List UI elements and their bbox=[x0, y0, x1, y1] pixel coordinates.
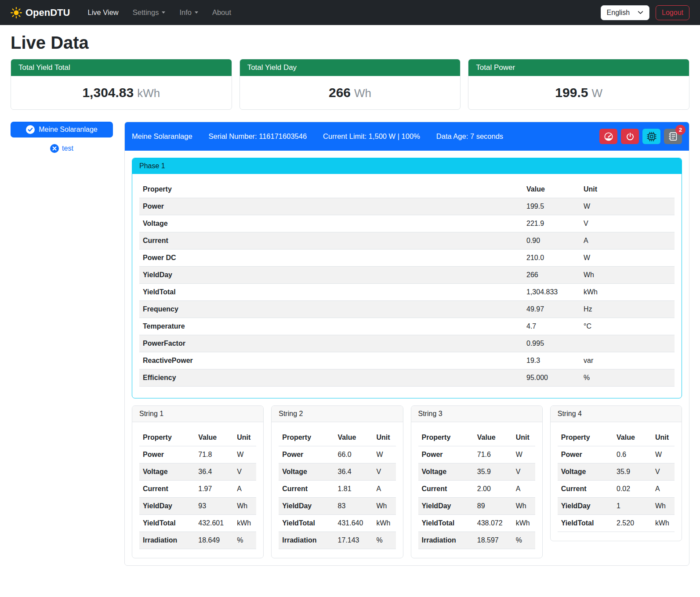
current-limit: Current Limit: 1,500 W | 100% bbox=[323, 132, 420, 141]
table-row: Current1.97A bbox=[139, 481, 256, 498]
table-row: YieldDay89Wh bbox=[418, 498, 535, 515]
string-title: String 2 bbox=[272, 406, 403, 422]
table-row: Efficiency95.000% bbox=[139, 369, 675, 387]
string-title: String 1 bbox=[132, 406, 263, 422]
check-circle-icon bbox=[26, 125, 35, 134]
column-unit: Unit bbox=[580, 181, 675, 198]
card-title: Total Yield Total bbox=[11, 59, 232, 76]
table-row: YieldTotal2.520kWh bbox=[558, 515, 675, 532]
column-unit: Unit bbox=[233, 429, 256, 446]
inverter-sidebar: Meine Solaranlage test bbox=[11, 122, 113, 153]
inverter-select-label: Meine Solaranlage bbox=[39, 126, 97, 134]
table-row: Power199.5W bbox=[139, 198, 675, 215]
table-row: Current1.81A bbox=[279, 481, 395, 498]
table-row: Power71.8W bbox=[139, 446, 256, 463]
table-row: Current0.90A bbox=[139, 232, 675, 250]
table-row: Irradiation18.597% bbox=[418, 532, 535, 549]
language-select[interactable]: English bbox=[601, 5, 649, 20]
journal-icon bbox=[668, 132, 678, 141]
column-value: Value bbox=[195, 429, 233, 446]
serial-number: Serial Number: 116171603546 bbox=[209, 132, 307, 141]
table-row: YieldDay1Wh bbox=[558, 498, 675, 515]
table-row: PowerFactor0.995 bbox=[139, 335, 675, 352]
column-value: Value bbox=[334, 429, 373, 446]
device-info-button[interactable] bbox=[642, 129, 660, 144]
table-row: YieldTotal431.640kWh bbox=[279, 515, 395, 532]
summary-card-yield-total: Total Yield Total 1,304.83kWh bbox=[11, 59, 232, 110]
column-unit: Unit bbox=[373, 429, 396, 446]
table-row: Temperature4.7°C bbox=[139, 318, 675, 335]
strings-row: String 1 Property Value Unit bbox=[132, 405, 682, 558]
column-unit: Unit bbox=[652, 429, 675, 446]
table-row: Power0.6W bbox=[558, 446, 675, 463]
string-table: Property Value Unit Power71.8WVoltage36.… bbox=[139, 429, 256, 549]
table-row: Power71.6W bbox=[418, 446, 535, 463]
inverter-panel: Meine Solaranlage Serial Number: 1161716… bbox=[124, 122, 689, 566]
table-row: Current0.02A bbox=[558, 481, 675, 498]
string-table: Property Value Unit Power71.6WVoltage35.… bbox=[418, 429, 535, 549]
nav-item-settings[interactable]: Settings bbox=[127, 5, 171, 20]
nav-item-info[interactable]: Info bbox=[174, 5, 203, 20]
phase-panel: Phase 1 Property Value Unit Power199.5WV… bbox=[132, 158, 682, 398]
table-header-row: Property Value Unit bbox=[139, 429, 256, 446]
column-property: Property bbox=[558, 429, 613, 446]
card-value: 199.5 bbox=[555, 85, 588, 100]
card-value: 266 bbox=[329, 85, 351, 100]
inverter-test-link[interactable]: test bbox=[11, 144, 113, 153]
string-table: Property Value Unit Power66.0WVoltage36.… bbox=[279, 429, 395, 549]
speedometer-icon bbox=[604, 132, 613, 141]
limit-settings-button[interactable] bbox=[599, 129, 617, 144]
table-row: Irradiation17.143% bbox=[279, 532, 395, 549]
card-unit: Wh bbox=[354, 87, 371, 100]
power-settings-button[interactable] bbox=[621, 129, 639, 144]
table-row: Frequency49.97Hz bbox=[139, 301, 675, 318]
table-row: Voltage35.9V bbox=[418, 463, 535, 481]
table-row: Voltage35.9V bbox=[558, 463, 675, 481]
inverter-name: Meine Solaranlage bbox=[132, 132, 192, 141]
table-row: Power DC210.0W bbox=[139, 250, 675, 267]
language-value: English bbox=[607, 9, 630, 17]
phase-table: Property Value Unit Power199.5WVoltage22… bbox=[139, 181, 675, 387]
column-property: Property bbox=[418, 429, 474, 446]
column-value: Value bbox=[613, 429, 652, 446]
summary-card-total-power: Total Power 199.5W bbox=[468, 59, 689, 110]
table-row: YieldTotal438.072kWh bbox=[418, 515, 535, 532]
nav-links: Live View Settings Info About bbox=[82, 5, 236, 20]
nav-item-live-view[interactable]: Live View bbox=[82, 5, 123, 20]
table-row: YieldDay83Wh bbox=[279, 498, 395, 515]
sun-icon bbox=[11, 7, 22, 18]
chevron-down-icon bbox=[195, 11, 198, 14]
table-row: Current2.00A bbox=[418, 481, 535, 498]
chevron-down-icon bbox=[162, 11, 165, 14]
table-row: YieldTotal1,304.833kWh bbox=[139, 284, 675, 301]
card-unit: W bbox=[591, 87, 602, 100]
table-row: Irradiation18.649% bbox=[139, 532, 256, 549]
string-title: String 4 bbox=[551, 406, 682, 422]
table-row: Voltage36.4V bbox=[139, 463, 256, 481]
chevron-down-icon bbox=[638, 10, 643, 15]
cpu-icon bbox=[647, 132, 656, 141]
string-card-1: String 1 Property Value Unit bbox=[132, 405, 264, 558]
brand-label: OpenDTU bbox=[25, 7, 70, 18]
logout-button[interactable]: Logout bbox=[656, 5, 689, 20]
phase-title: Phase 1 bbox=[132, 158, 682, 174]
table-row: Power66.0W bbox=[279, 446, 395, 463]
x-circle-icon bbox=[50, 144, 59, 153]
string-title: String 3 bbox=[411, 406, 542, 422]
event-log-button[interactable]: 2 bbox=[664, 129, 682, 144]
brand[interactable]: OpenDTU bbox=[11, 7, 70, 18]
inverter-select-button[interactable]: Meine Solaranlage bbox=[11, 122, 113, 137]
card-value: 1,304.83 bbox=[82, 85, 134, 100]
table-row: YieldDay93Wh bbox=[139, 498, 256, 515]
inverter-test-label: test bbox=[62, 145, 73, 152]
data-age: Data Age: 7 seconds bbox=[436, 132, 503, 141]
card-unit: kWh bbox=[137, 87, 160, 100]
table-header-row: Property Value Unit bbox=[139, 181, 675, 198]
nav-item-about[interactable]: About bbox=[207, 5, 236, 20]
table-header-row: Property Value Unit bbox=[279, 429, 395, 446]
table-header-row: Property Value Unit bbox=[558, 429, 675, 446]
column-value: Value bbox=[523, 181, 580, 198]
table-row: Voltage36.4V bbox=[279, 463, 395, 481]
column-property: Property bbox=[139, 181, 523, 198]
table-row: ReactivePower19.3var bbox=[139, 352, 675, 369]
